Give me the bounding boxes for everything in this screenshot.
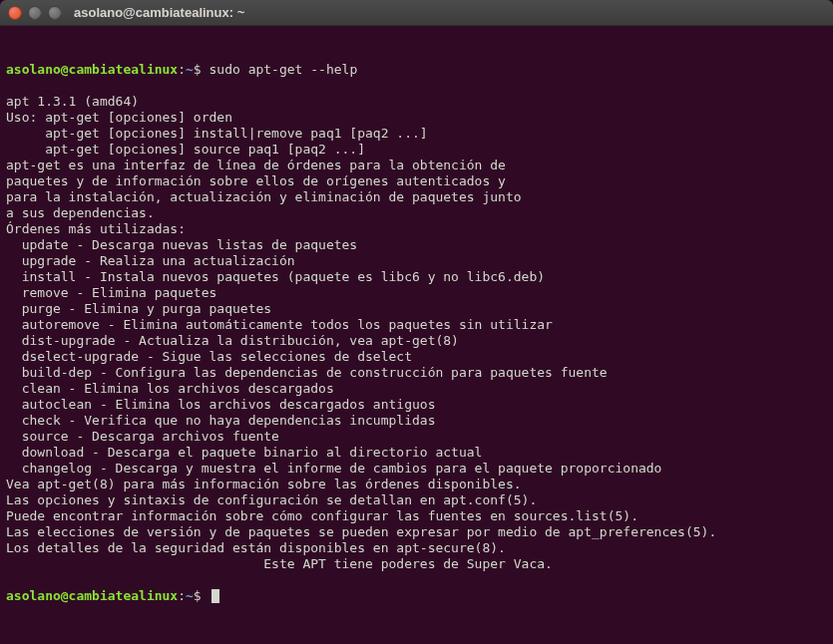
output-line: Las elecciones de versión y de paquetes … (6, 524, 827, 540)
output-line: changelog - Descarga y muestra el inform… (6, 461, 827, 477)
output-line: Órdenes más utilizadas: (6, 221, 827, 237)
output-line: purge - Elimina y purga paquetes (6, 301, 827, 317)
minimize-icon[interactable] (28, 6, 42, 20)
output-line: clean - Elimina los archivos descargados (6, 381, 827, 397)
prompt-path: ~ (186, 62, 194, 77)
output-line: dselect-upgrade - Sigue las selecciones … (6, 349, 827, 365)
prompt-sigil: $ (194, 588, 202, 603)
output-line: Los detalles de la seguridad están dispo… (6, 540, 827, 556)
output-line: apt-get es una interfaz de línea de órde… (6, 158, 827, 173)
output-line: update - Descarga nuevas listas de paque… (6, 237, 827, 253)
output-line: para la instalación, actualización y eli… (6, 189, 827, 205)
output-line: a sus dependencias. (6, 205, 827, 221)
output-line: Puede encontrar información sobre cómo c… (6, 508, 827, 524)
output-line: apt-get [opciones] source paq1 [paq2 ...… (6, 142, 827, 158)
output-line: remove - Elimina paquetes (6, 285, 827, 301)
output-line: Uso: apt-get [opciones] orden (6, 110, 827, 126)
output-line: build-dep - Configura las dependencias d… (6, 365, 827, 381)
close-icon[interactable] (8, 6, 22, 20)
output-line: Las opciones y sintaxis de configuración… (6, 492, 827, 508)
prompt-sep: : (178, 62, 186, 77)
output-line: apt-get [opciones] install|remove paq1 [… (6, 126, 827, 142)
output-line: paquetes y de información sobre ellos de… (6, 173, 827, 189)
output-line: dist-upgrade - Actualiza la distribución… (6, 333, 827, 349)
output-line: Vea apt-get(8) para más información sobr… (6, 477, 827, 492)
command-text: sudo apt-get --help (209, 62, 358, 77)
prompt-userhost: asolano@cambiatealinux (6, 588, 178, 603)
maximize-icon[interactable] (48, 6, 62, 20)
prompt-sep: : (178, 588, 186, 603)
window-title: asolano@cambiatealinux: ~ (74, 5, 244, 20)
output-line: apt 1.3.1 (amd64) (6, 94, 827, 110)
command-output: apt 1.3.1 (amd64)Uso: apt-get [opciones]… (6, 94, 827, 572)
output-line: download - Descarga el paquete binario a… (6, 445, 827, 461)
prompt-line: asolano@cambiatealinux:~$ sudo apt-get -… (6, 62, 827, 78)
output-line: source - Descarga archivos fuente (6, 429, 827, 445)
titlebar[interactable]: asolano@cambiatealinux: ~ (0, 0, 833, 26)
prompt-path: ~ (186, 588, 194, 603)
terminal-body[interactable]: asolano@cambiatealinux:~$ sudo apt-get -… (0, 26, 833, 644)
output-line: install - Instala nuevos paquetes (paque… (6, 269, 827, 285)
output-line: Este APT tiene poderes de Super Vaca. (6, 556, 827, 572)
cursor (211, 589, 219, 603)
prompt-userhost: asolano@cambiatealinux (6, 62, 178, 77)
output-line: autoclean - Elimina los archivos descarg… (6, 397, 827, 413)
terminal-window: asolano@cambiatealinux: ~ asolano@cambia… (0, 0, 833, 644)
output-line: autoremove - Elimina automáticamente tod… (6, 317, 827, 333)
prompt-sigil: $ (194, 62, 202, 77)
output-line: check - Verifica que no haya dependencia… (6, 413, 827, 429)
prompt-line-2: asolano@cambiatealinux:~$ (6, 588, 827, 604)
output-line: upgrade - Realiza una actualización (6, 253, 827, 269)
